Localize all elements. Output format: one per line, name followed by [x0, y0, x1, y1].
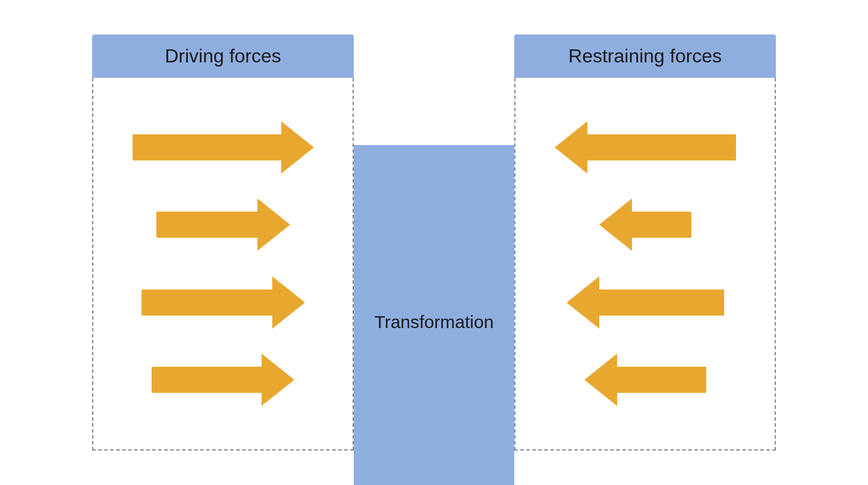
restraining-forces-header: Restraining forces — [514, 34, 776, 78]
driving-arrow-4-shaft — [152, 367, 262, 393]
restraining-arrow-2-shaft — [632, 212, 691, 238]
transformation-box: Transformation — [354, 145, 514, 485]
restraining-arrow-1 — [555, 121, 736, 174]
restraining-arrow-2-head — [599, 199, 632, 251]
restraining-forces-body — [514, 78, 776, 451]
restraining-arrow-4-shaft — [617, 367, 706, 393]
restraining-arrow-3 — [567, 276, 724, 329]
restraining-arrow-1-head — [555, 121, 587, 174]
driving-arrow-4-head — [262, 354, 294, 406]
transformation-label: Transformation — [375, 312, 494, 332]
restraining-arrow-4 — [584, 354, 706, 406]
driving-arrow-2-head — [257, 199, 290, 251]
driving-forces-panel: Driving forces — [92, 34, 354, 451]
restraining-forces-panel: Restraining forces — [514, 34, 776, 451]
driving-forces-header: Driving forces — [92, 34, 354, 78]
driving-forces-body — [92, 78, 354, 451]
driving-forces-title: Driving forces — [165, 45, 281, 67]
driving-arrow-4 — [152, 354, 294, 406]
driving-arrow-1-head — [281, 121, 314, 174]
driving-arrow-3-head — [272, 276, 305, 329]
driving-arrow-3 — [141, 276, 305, 329]
force-field-diagram: Driving forces — [24, 17, 844, 468]
driving-arrow-1 — [133, 121, 314, 174]
restraining-arrow-4-head — [584, 354, 617, 406]
driving-arrow-3-shaft — [141, 289, 272, 316]
restraining-arrow-3-shaft — [599, 289, 724, 316]
restraining-arrow-1-shaft — [587, 134, 736, 160]
driving-arrow-2 — [156, 199, 290, 251]
restraining-arrow-3-head — [567, 276, 599, 329]
restraining-arrow-2 — [599, 199, 691, 251]
driving-arrow-1-shaft — [133, 134, 281, 160]
driving-arrow-2-shaft — [156, 212, 257, 238]
restraining-forces-title: Restraining forces — [568, 45, 722, 67]
